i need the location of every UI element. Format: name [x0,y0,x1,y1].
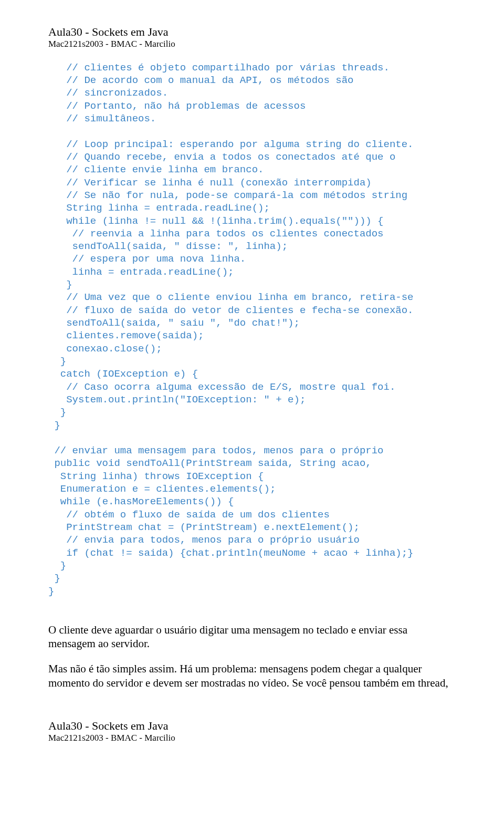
paragraph-1: O cliente deve aguardar o usuário digita… [48,623,456,651]
header-subtitle: Mac2121s2003 - BMAC - Marcilio [48,39,456,49]
code-block: // clientes é objeto compartilhado por v… [48,61,456,598]
footer: Aula30 - Sockets em Java Mac2121s2003 - … [48,719,456,744]
page: Aula30 - Sockets em Java Mac2121s2003 - … [0,0,504,786]
footer-title: Aula30 - Sockets em Java [48,719,456,733]
header-title: Aula30 - Sockets em Java [48,25,456,39]
body-text: O cliente deve aguardar o usuário digita… [48,623,456,690]
footer-subtitle: Mac2121s2003 - BMAC - Marcilio [48,733,456,743]
paragraph-2: Mas não é tão simples assim. Há um probl… [48,662,456,690]
header: Aula30 - Sockets em Java Mac2121s2003 - … [48,25,456,50]
